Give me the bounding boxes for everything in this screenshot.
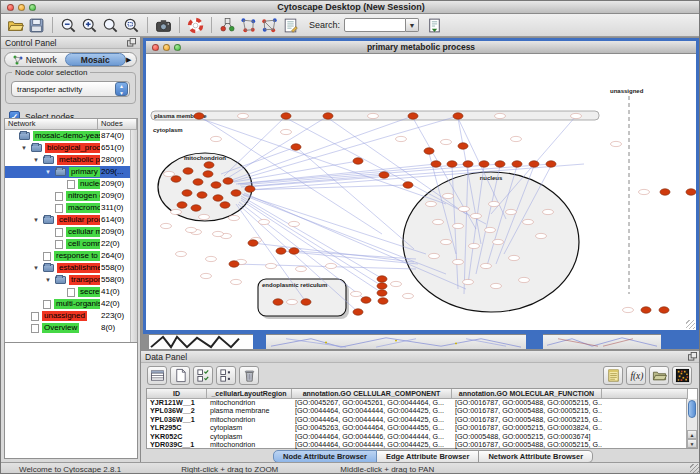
network-node[interactable]: [245, 186, 255, 192]
unselect-attributes-icon[interactable]: [216, 366, 236, 385]
network-node[interactable]: [431, 161, 441, 167]
scrollbar-thumb[interactable]: [688, 400, 696, 418]
network-node[interactable]: [164, 171, 175, 176]
attribute-table-icon[interactable]: [147, 366, 167, 385]
network-node[interactable]: [182, 190, 192, 196]
float-panel-icon[interactable]: [127, 38, 136, 47]
network-node[interactable]: [641, 307, 651, 313]
network-node[interactable]: [223, 178, 233, 184]
network-node[interactable]: [489, 201, 500, 206]
network-node[interactable]: [543, 209, 554, 214]
snapshot-icon[interactable]: [153, 15, 174, 35]
network-node[interactable]: [323, 113, 333, 119]
network-node[interactable]: [191, 205, 201, 211]
network-node[interactable]: [511, 136, 522, 141]
background-window-fragment[interactable]: [661, 334, 699, 349]
network-node[interactable]: [351, 291, 362, 296]
create-attribute-icon[interactable]: [170, 366, 190, 385]
table-row[interactable]: YDR039C__1mitochondrion[GO:0044464, GO:0…: [147, 441, 697, 449]
network-node[interactable]: [289, 221, 300, 226]
tree-row[interactable]: ▼metabolic process280(0): [5, 154, 137, 166]
network-node[interactable]: [660, 189, 670, 195]
network-node[interactable]: [199, 214, 210, 219]
network-node[interactable]: [536, 233, 547, 238]
combo-stepper-icon[interactable]: ▲▼: [115, 82, 128, 96]
network-node[interactable]: [259, 219, 270, 224]
tree-expander-icon[interactable]: ▼: [33, 262, 39, 274]
tree-row[interactable]: mosaic-demo-yeast874(0): [5, 130, 137, 142]
view-resize-grip[interactable]: [686, 320, 695, 329]
network-node[interactable]: [403, 293, 414, 298]
network-node[interactable]: [229, 261, 239, 267]
zoom-in-icon[interactable]: [79, 15, 100, 35]
search-dropdown-arrow-icon[interactable]: ▼: [406, 18, 419, 32]
network-node[interactable]: [171, 209, 182, 214]
network-node[interactable]: [491, 283, 502, 288]
network-node[interactable]: [481, 263, 492, 268]
tree-expander-icon[interactable]: ▼: [21, 142, 27, 154]
network-node[interactable]: [353, 158, 363, 164]
network-window-titlebar[interactable]: primary metabolic process: [146, 41, 696, 54]
network-node[interactable]: [177, 202, 187, 208]
open-attribute-file-icon[interactable]: [649, 366, 669, 385]
force-layout-icon[interactable]: [259, 15, 280, 35]
search-input[interactable]: [344, 18, 406, 32]
network-node[interactable]: [441, 239, 452, 244]
delete-attribute-icon[interactable]: [239, 366, 259, 385]
network-node[interactable]: [281, 129, 292, 134]
tree-row[interactable]: ▼transport558(0): [5, 274, 137, 286]
network-node[interactable]: [509, 255, 520, 260]
network-edge[interactable]: [226, 116, 328, 179]
network-node[interactable]: [377, 290, 387, 296]
import-attributes-icon[interactable]: [603, 366, 623, 385]
network-edge[interactable]: [244, 185, 408, 190]
network-node[interactable]: [197, 192, 207, 198]
network-node[interactable]: [377, 283, 387, 289]
network-node[interactable]: [229, 215, 240, 220]
network-node[interactable]: [291, 144, 301, 150]
minimize-window-button[interactable]: [18, 4, 25, 11]
network-node[interactable]: [458, 143, 468, 149]
network-node[interactable]: [378, 298, 388, 304]
save-icon[interactable]: [26, 15, 47, 35]
network-node[interactable]: [379, 172, 389, 178]
more-tabs-arrow-icon[interactable]: ▶: [126, 53, 136, 66]
close-window-button[interactable]: [7, 4, 14, 11]
close-view-button[interactable]: [152, 44, 159, 51]
network-node[interactable]: [453, 259, 464, 264]
network-node[interactable]: [623, 307, 634, 312]
vizmapper-icon[interactable]: [217, 15, 238, 35]
network-node[interactable]: [463, 161, 473, 167]
network-node[interactable]: [276, 248, 286, 254]
network-node[interactable]: [659, 307, 669, 313]
node-color-select[interactable]: transporter activity ▲▼: [11, 81, 130, 97]
network-node[interactable]: [211, 182, 221, 188]
background-window-fragment[interactable]: [149, 334, 253, 349]
network-node[interactable]: [213, 195, 223, 201]
tree-row[interactable]: ▼establishment of lo558(0): [5, 262, 137, 274]
tree-row[interactable]: cellular metabo209(0): [5, 226, 137, 238]
float-panel-icon[interactable]: [688, 352, 697, 361]
network-node[interactable]: [426, 201, 437, 206]
network-node[interactable]: [546, 161, 556, 167]
table-row[interactable]: YJR121W__1mitochondrion[GO:0045267, GO:0…: [147, 399, 697, 407]
network-node[interactable]: [485, 227, 496, 232]
network-node[interactable]: [611, 141, 622, 146]
network-node[interactable]: [523, 219, 534, 224]
zoom-window-button[interactable]: [29, 4, 36, 11]
network-node[interactable]: [495, 161, 505, 167]
tree-row[interactable]: ▼primary metabo209(...: [5, 166, 137, 178]
zoom-view-button[interactable]: [174, 44, 181, 51]
network-node[interactable]: [471, 213, 482, 218]
network-node[interactable]: [396, 136, 407, 141]
network-node[interactable]: [391, 281, 402, 286]
network-node[interactable]: [204, 162, 214, 168]
open-icon[interactable]: [5, 15, 26, 35]
network-node[interactable]: [463, 279, 474, 284]
select-attributes-icon[interactable]: [193, 366, 213, 385]
network-node[interactable]: [686, 189, 696, 195]
function-builder-icon[interactable]: f(x): [626, 366, 646, 385]
app-titlebar[interactable]: Cytoscape Desktop (New Session): [1, 1, 700, 14]
network-node[interactable]: [289, 248, 299, 254]
tree-row[interactable]: nucleobase-209(0): [5, 178, 137, 190]
